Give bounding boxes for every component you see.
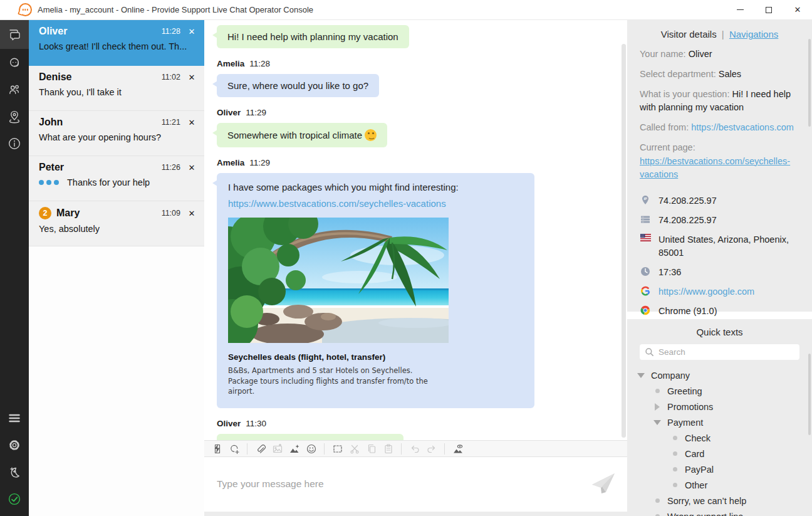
online-status-icon: [7, 492, 22, 507]
chrome-icon: [640, 305, 651, 315]
bullet-icon: [652, 498, 662, 503]
tree-leaf-wrong-line[interactable]: Wrong support line: [635, 508, 804, 516]
close-chat-icon[interactable]: [187, 117, 197, 127]
message-time: 11:28: [249, 59, 270, 68]
chat-name: Oliver: [39, 26, 67, 37]
chat-list-item-peter[interactable]: Peter 11:26 Thanks for your help: [29, 156, 204, 201]
vacation-package-link[interactable]: https://www.bestvacations.com/seychelles…: [228, 198, 446, 209]
info-row-location: United States, Arizona, Phoenix, 85001: [640, 233, 799, 260]
messages-scrollbar[interactable]: [622, 44, 626, 438]
bullet-icon: [670, 451, 680, 456]
message-text: I have some packages which you might fin…: [228, 182, 523, 192]
current-page-link[interactable]: https://bestvacations.com/seychelles-vac…: [640, 156, 790, 179]
tree-node-payment[interactable]: Payment: [635, 414, 804, 430]
chat-time: 11:09: [162, 209, 180, 218]
tree-node-company[interactable]: Company: [635, 367, 804, 383]
maximize-icon: [766, 7, 772, 13]
chat-list-item-john[interactable]: John 11:21 What are your opening hours?: [29, 111, 204, 156]
insert-quick-text-icon[interactable]: [211, 443, 223, 455]
close-chat-icon[interactable]: [187, 72, 197, 82]
chat-list-item-denise[interactable]: Denise 11:02 Thank you, I'll take it: [29, 66, 204, 111]
seychelles-beach-photo: [228, 218, 449, 343]
chat-list-item-mary[interactable]: 2 Mary 11:09 Yes, absolutely: [29, 201, 204, 246]
redo-icon[interactable]: [425, 443, 437, 455]
bullet-icon: [670, 483, 680, 487]
nav-geo-map[interactable]: [0, 103, 29, 130]
settings-button[interactable]: [0, 431, 29, 458]
menu-button[interactable]: [0, 404, 29, 431]
called-from-link[interactable]: https://bestvacations.com: [691, 122, 794, 132]
visitor-details-scrollbar[interactable]: [808, 39, 811, 127]
tree-leaf-paypal[interactable]: PayPal: [635, 461, 804, 477]
minimize-button[interactable]: [726, 0, 754, 19]
field-your-name: Your name: Oliver: [640, 48, 799, 61]
tree-leaf-other[interactable]: Other: [635, 477, 804, 493]
referrer-link[interactable]: https://www.google.com: [658, 285, 754, 298]
chat-preview: Thank you, I'll take it: [39, 87, 197, 97]
chat-preview: What are your opening hours?: [39, 132, 197, 142]
chat-time: 11:02: [162, 73, 180, 82]
tree-leaf-card[interactable]: Card: [635, 446, 804, 461]
search-icon: [645, 347, 654, 357]
nav-operators[interactable]: [0, 49, 29, 76]
image-preview-icon[interactable]: [452, 443, 464, 455]
chat-preview: Yes, absolutely: [39, 224, 197, 234]
nav-info[interactable]: [0, 130, 29, 157]
smiley-emoji-icon: [365, 129, 377, 141]
close-chat-icon[interactable]: [187, 162, 197, 172]
tree-leaf-check[interactable]: Check: [635, 430, 804, 446]
message-author: Oliver: [217, 108, 241, 117]
geo-location-icon: [7, 109, 22, 124]
push-image-icon[interactable]: [288, 443, 300, 455]
host-icon: [640, 214, 651, 224]
expand-arrow-icon[interactable]: [652, 403, 662, 411]
send-message-icon[interactable]: [591, 471, 616, 496]
google-icon: [640, 285, 651, 296]
close-chat-icon[interactable]: [187, 26, 197, 36]
close-chat-icon[interactable]: [187, 208, 197, 218]
online-status-button[interactable]: [0, 485, 29, 512]
left-icon-rail: [0, 20, 29, 516]
maximize-button[interactable]: [754, 0, 783, 19]
tree-leaf-sorry[interactable]: Sorry, we can’t help: [635, 493, 804, 508]
message-author: Oliver: [217, 419, 241, 428]
copy-icon[interactable]: [365, 443, 377, 455]
undo-icon[interactable]: [409, 443, 420, 455]
tree-leaf-greeting[interactable]: Greeting: [635, 383, 804, 399]
visitor-message-bubble: Looks great! I'll check them out. Thanks: [217, 434, 403, 440]
chat-name: John: [39, 117, 63, 128]
quick-texts-search[interactable]: [640, 344, 799, 360]
chat-list-item-oliver[interactable]: Oliver 11:28 Looks great! I'll check the…: [29, 20, 204, 66]
night-mode-button[interactable]: [0, 458, 29, 485]
nav-visitors[interactable]: [0, 76, 29, 103]
select-area-icon[interactable]: [331, 443, 343, 455]
ip-icon: IP: [640, 194, 651, 205]
navigations-link[interactable]: Navigations: [729, 29, 778, 39]
visitor-details-section: Visitor details | Navigations Your name:…: [627, 20, 812, 312]
collapse-arrow-icon[interactable]: [636, 373, 646, 378]
tree-node-promotions[interactable]: Promotions: [635, 399, 804, 414]
nav-chats[interactable]: [0, 20, 29, 49]
cut-icon[interactable]: [348, 443, 360, 455]
message-history: Hi! I need help with planning my vacatio…: [204, 20, 627, 440]
message-author: Amelia: [217, 158, 244, 167]
close-button[interactable]: [783, 0, 812, 19]
quick-texts-scrollbar[interactable]: [808, 354, 811, 435]
info-row-ip: IP 74.208.225.97: [640, 194, 799, 208]
clock-icon: [640, 266, 651, 276]
paste-icon[interactable]: [382, 443, 394, 455]
attach-file-icon[interactable]: [254, 443, 266, 455]
emoji-icon[interactable]: [305, 443, 317, 455]
message-author: Amelia: [217, 59, 244, 68]
message-text: Somewhere with tropical climate: [227, 130, 362, 140]
chat-name: Mary: [56, 208, 80, 219]
visitor-message-bubble: Somewhere with tropical climate: [217, 123, 387, 147]
chat-list: Oliver 11:28 Looks great! I'll check the…: [29, 20, 204, 516]
collapse-arrow-icon[interactable]: [652, 420, 662, 425]
message-input[interactable]: [204, 457, 627, 511]
info-row-local-time: 17:36: [640, 266, 799, 279]
add-quick-text-icon[interactable]: [228, 443, 240, 455]
quick-texts-search-input[interactable]: [658, 347, 794, 357]
chats-icon: [7, 27, 22, 42]
send-image-icon[interactable]: [271, 443, 283, 455]
